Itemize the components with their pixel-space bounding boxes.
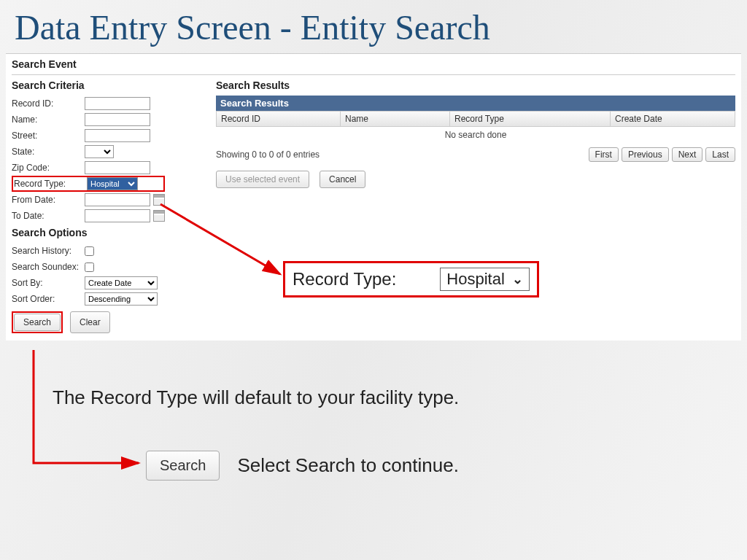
label-search-history: Search History:	[12, 246, 85, 256]
criteria-heading: Search Criteria	[12, 79, 201, 91]
label-record-type: Record Type:	[14, 179, 87, 189]
label-sort-order: Sort Order:	[12, 294, 85, 304]
label-state: State:	[12, 147, 85, 157]
use-selected-event-button[interactable]: Use selected event	[216, 171, 309, 188]
label-record-id: Record ID:	[12, 98, 85, 109]
clear-button[interactable]: Clear	[70, 311, 110, 333]
select-sort-order[interactable]: Descending	[85, 292, 158, 306]
showing-text: Showing 0 to 0 of 0 entries	[216, 149, 320, 160]
select-record-type[interactable]: Hospital	[87, 177, 138, 190]
pager-first[interactable]: First	[589, 147, 619, 162]
caption-select-search: Select Search to continue.	[237, 454, 459, 477]
cancel-button[interactable]: Cancel	[320, 171, 365, 188]
callout-search-button: Search	[146, 451, 220, 481]
col-create-date[interactable]: Create Date	[611, 112, 735, 126]
chevron-down-icon: ⌄	[512, 271, 523, 287]
search-button[interactable]: Search	[14, 314, 61, 331]
results-bar: Search Results	[216, 96, 735, 111]
pager-previous[interactable]: Previous	[622, 147, 669, 162]
pager-next[interactable]: Next	[672, 147, 703, 162]
pager-last[interactable]: Last	[705, 147, 735, 162]
record-type-row-highlight: Record Type: Hospital	[12, 176, 165, 192]
callout-label: Record Type:	[293, 269, 396, 289]
record-type-callout: Record Type: Hospital ⌄	[283, 261, 539, 298]
input-name[interactable]	[85, 113, 150, 126]
input-to-date[interactable]	[85, 209, 150, 222]
caption-record-type: The Record Type will default to your fac…	[53, 386, 459, 409]
calendar-icon[interactable]	[153, 210, 165, 222]
input-from-date[interactable]	[85, 193, 150, 206]
results-heading: Search Results	[216, 79, 735, 91]
label-zip: Zip Code:	[12, 163, 85, 173]
no-search-message: No search done	[216, 127, 735, 143]
search-button-highlight: Search	[12, 311, 63, 333]
results-table-header: Record ID Name Record Type Create Date	[216, 111, 735, 127]
label-street: Street:	[12, 131, 85, 141]
label-sort-by: Sort By:	[12, 278, 85, 288]
calendar-icon[interactable]	[153, 194, 165, 206]
panel-title: Search Event	[12, 58, 735, 70]
label-name: Name:	[12, 114, 85, 125]
col-name[interactable]: Name	[341, 112, 450, 126]
select-sort-by[interactable]: Create Date	[85, 276, 158, 289]
checkbox-search-history[interactable]	[85, 246, 94, 256]
callout-select: Hospital ⌄	[440, 268, 529, 291]
col-record-type[interactable]: Record Type	[450, 112, 611, 126]
callout-value: Hospital	[446, 270, 504, 289]
label-from-date: From Date:	[12, 195, 85, 205]
checkbox-search-soundex[interactable]	[85, 262, 94, 272]
input-street[interactable]	[85, 129, 150, 142]
select-state[interactable]	[85, 145, 114, 158]
slide-title: Data Entry Screen - Entity Search	[0, 0, 747, 53]
label-to-date: To Date:	[12, 211, 85, 221]
options-heading: Search Options	[12, 227, 201, 238]
input-zip[interactable]	[85, 161, 150, 174]
col-record-id[interactable]: Record ID	[217, 112, 341, 126]
input-record-id[interactable]	[85, 97, 150, 110]
label-search-soundex: Search Soundex:	[12, 262, 85, 272]
